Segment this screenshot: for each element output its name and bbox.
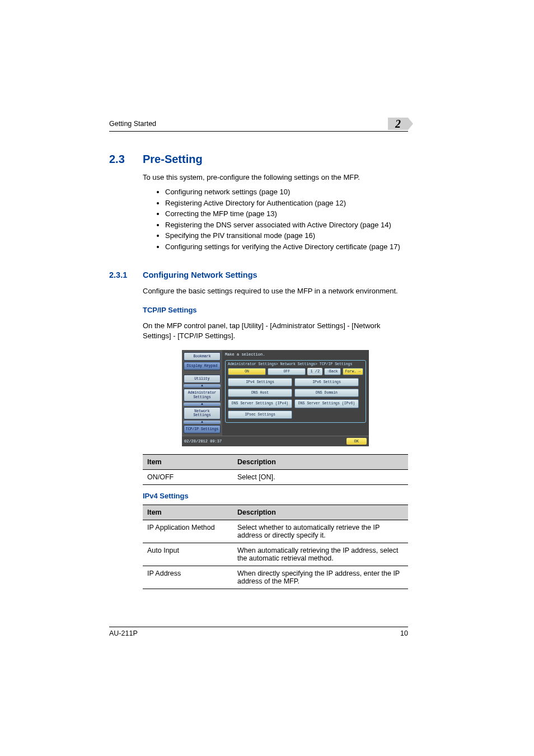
table-header-description: Description [233,455,408,470]
table-row: IP Address When directly specifying the … [143,566,408,589]
cell-desc: Select [ON]. [233,470,408,485]
list-item: Specifying the PIV transitional mode (pa… [165,231,408,241]
mfp-panel-screenshot: Bookmark Display Keypad Utility ▲ Admini… [182,350,369,446]
cell-desc: When automatically retrieving the IP add… [233,543,408,566]
ipv4-table: Item Description IP Application Method S… [143,505,408,589]
panel-timestamp: 02/28/2012 09:37 [184,439,222,444]
cell-desc: When directly specifying the IP address,… [233,566,408,589]
ok-button[interactable]: OK [346,438,367,445]
tcpip-text: On the MFP control panel, tap [Utility] … [143,321,408,341]
forward-button[interactable]: Forw. → [343,368,363,375]
subsection-heading: 2.3.1 Configuring Network Settings [109,270,408,279]
list-item: Registering the DNS server associated wi… [165,220,408,230]
cell-item: IP Address [143,566,233,589]
cell-desc: Select whether to automatically retrieve… [233,520,408,543]
up-arrow-icon: ▲ [184,421,221,424]
chapter-badge: 2 [388,118,408,130]
panel-instruction: Make a selection. [225,352,366,357]
ipv4-heading: IPv4 Settings [143,492,408,500]
ipsec-settings-button[interactable]: IPsec Settings [228,410,292,419]
cell-item: ON/OFF [143,470,233,485]
dns-host-button[interactable]: DNS Host [228,389,292,397]
page-indicator: 1 /2 [307,368,322,375]
prereq-list: Configuring network settings (page 10) R… [165,187,408,251]
section-intro: To use this system, pre-configure the fo… [143,172,408,183]
table-header-description: Description [233,505,408,520]
section-number: 2.3 [109,153,143,166]
running-head: Getting Started [109,120,156,130]
dns-server-ipv4-button[interactable]: DNS Server Settings (IPv4) [228,399,292,408]
sidebar-display-keypad[interactable]: Display Keypad [184,362,221,370]
list-item: Registering Active Directory for Authent… [165,198,408,208]
list-item: Configuring settings for verifying the A… [165,242,408,252]
onoff-table: Item Description ON/OFF Select [ON]. [143,454,408,485]
table-header-item: Item [143,505,233,520]
section-heading: 2.3 Pre-Setting [109,153,408,166]
page-number: 10 [400,629,408,637]
panel-body: Administrator Settings> Network Settings… [225,360,366,423]
on-button[interactable]: ON [228,368,266,375]
dns-server-ipv6-button[interactable]: DNS Server Settings (IPv6) [294,399,359,408]
panel-breadcrumb: Administrator Settings> Network Settings… [228,362,363,366]
sidebar-tcpip-settings[interactable]: TCP/IP Settings [184,425,221,433]
sidebar-admin-settings[interactable]: Administrator Settings [184,389,221,401]
ipv4-settings-button[interactable]: IPv4 Settings [228,378,292,386]
list-item: Correcting the MFP time (page 13) [165,209,408,219]
subsection-intro: Configure the basic settings required to… [143,286,408,296]
page-footer: AU-211P 10 [109,627,408,637]
sidebar-utility[interactable]: Utility [184,375,221,383]
chapter-number: 2 [395,118,401,130]
table-row: ON/OFF Select [ON]. [143,470,408,485]
cell-item: Auto Input [143,543,233,566]
footer-model: AU-211P [109,629,138,637]
subsection-title: Configuring Network Settings [143,270,257,279]
dns-domain-button[interactable]: DNS Domain [294,389,359,397]
ipv6-settings-button[interactable]: IPv6 Settings [294,378,359,386]
page-header: Getting Started 2 [109,118,408,132]
up-arrow-icon: ▲ [184,384,221,388]
up-arrow-icon: ▲ [184,403,221,406]
sidebar-network-settings[interactable]: Network Settings [184,407,221,419]
back-button[interactable]: ↑Back [324,368,341,375]
off-button[interactable]: OFF [268,368,306,375]
table-header-item: Item [143,455,233,470]
subsection-number: 2.3.1 [109,270,143,279]
tcpip-heading: TCP/IP Settings [143,306,408,314]
sidebar-bookmark[interactable]: Bookmark [184,352,221,361]
list-item: Configuring network settings (page 10) [165,187,408,197]
table-row: IP Application Method Select whether to … [143,520,408,543]
panel-sidebar: Bookmark Display Keypad Utility ▲ Admini… [182,350,222,436]
table-row: Auto Input When automatically retrieving… [143,543,408,566]
section-title: Pre-Setting [143,153,203,166]
cell-item: IP Application Method [143,520,233,543]
